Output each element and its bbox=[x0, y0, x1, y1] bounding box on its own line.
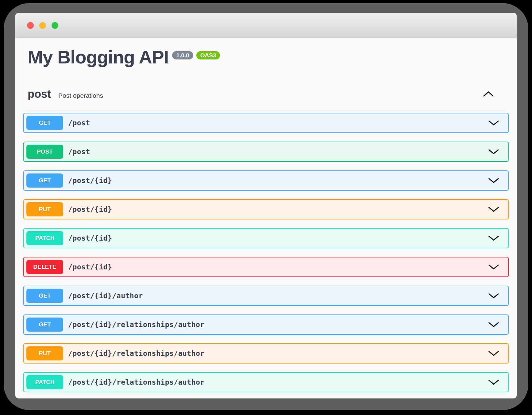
minimize-button[interactable] bbox=[39, 22, 46, 29]
operation-row-post[interactable]: POST /post bbox=[23, 142, 509, 162]
operation-row-delete[interactable]: DELETE /post/{id} bbox=[23, 257, 509, 277]
endpoint-path: /post bbox=[68, 148, 90, 156]
chevron-down-icon[interactable] bbox=[488, 120, 499, 126]
oas3-badge: OAS3 bbox=[196, 51, 220, 59]
method-badge: PATCH bbox=[26, 375, 63, 389]
endpoint-path: /post/{id}/author bbox=[68, 292, 143, 300]
method-badge: PUT bbox=[26, 346, 63, 360]
operation-row-put[interactable]: PUT /post/{id} bbox=[23, 199, 509, 219]
method-badge: GET bbox=[26, 289, 63, 303]
api-title-row: My Blogging API 1.0.0 OAS3 bbox=[28, 46, 509, 68]
window-titlebar bbox=[15, 13, 517, 38]
endpoint-path: /post/{id} bbox=[68, 263, 112, 271]
method-badge: PUT bbox=[26, 202, 63, 216]
operations-list: GET /post POST /post GET /post/{id} PUT … bbox=[23, 113, 509, 392]
close-button[interactable] bbox=[27, 22, 34, 29]
operation-row-get[interactable]: GET /post/{id}/author bbox=[23, 286, 509, 306]
endpoint-path: /post/{id}/relationships/author bbox=[68, 349, 205, 357]
chevron-down-icon[interactable] bbox=[488, 264, 499, 270]
app-window: My Blogging API 1.0.0 OAS3 post Post ope… bbox=[15, 13, 517, 398]
method-badge: GET bbox=[26, 116, 63, 130]
operation-row-get[interactable]: GET /post/{id} bbox=[23, 170, 509, 191]
chevron-down-icon[interactable] bbox=[488, 293, 499, 299]
tag-name: post bbox=[28, 87, 51, 101]
zoom-button[interactable] bbox=[52, 22, 58, 29]
method-badge: GET bbox=[26, 173, 63, 188]
chevron-down-icon[interactable] bbox=[488, 379, 499, 385]
method-badge: PATCH bbox=[26, 231, 63, 245]
tag-section-header[interactable]: post Post operations bbox=[28, 87, 509, 101]
operation-row-patch[interactable]: PATCH /post/{id} bbox=[23, 228, 509, 248]
method-badge: DELETE bbox=[26, 260, 63, 274]
method-badge: POST bbox=[26, 145, 63, 159]
endpoint-path: /post/{id} bbox=[68, 234, 112, 242]
chevron-down-icon[interactable] bbox=[488, 149, 499, 154]
endpoint-path: /post/{id}/relationships/author bbox=[68, 321, 205, 329]
endpoint-path: /post bbox=[68, 119, 90, 127]
chevron-down-icon[interactable] bbox=[488, 322, 499, 327]
method-badge: GET bbox=[26, 318, 63, 332]
version-badge: 1.0.0 bbox=[172, 51, 193, 59]
operation-row-get[interactable]: GET /post/{id}/relationships/author bbox=[23, 314, 509, 335]
endpoint-path: /post/{id} bbox=[68, 205, 112, 213]
operation-row-put[interactable]: PUT /post/{id}/relationships/author bbox=[23, 343, 509, 364]
endpoint-path: /post/{id} bbox=[68, 177, 112, 185]
chevron-down-icon[interactable] bbox=[488, 178, 499, 183]
chevron-down-icon[interactable] bbox=[488, 351, 499, 356]
operation-row-patch[interactable]: PATCH /post/{id}/relationships/author bbox=[23, 372, 509, 392]
chevron-down-icon[interactable] bbox=[488, 207, 499, 212]
tag-description: Post operations bbox=[58, 92, 103, 99]
endpoint-path: /post/{id}/relationships/author bbox=[68, 378, 205, 386]
chevron-down-icon[interactable] bbox=[488, 235, 499, 241]
page-title: My Blogging API bbox=[28, 46, 168, 68]
section-divider bbox=[23, 109, 509, 109]
swagger-content: My Blogging API 1.0.0 OAS3 post Post ope… bbox=[15, 38, 517, 398]
chevron-up-icon[interactable] bbox=[483, 91, 494, 97]
operation-row-get[interactable]: GET /post bbox=[23, 113, 509, 133]
